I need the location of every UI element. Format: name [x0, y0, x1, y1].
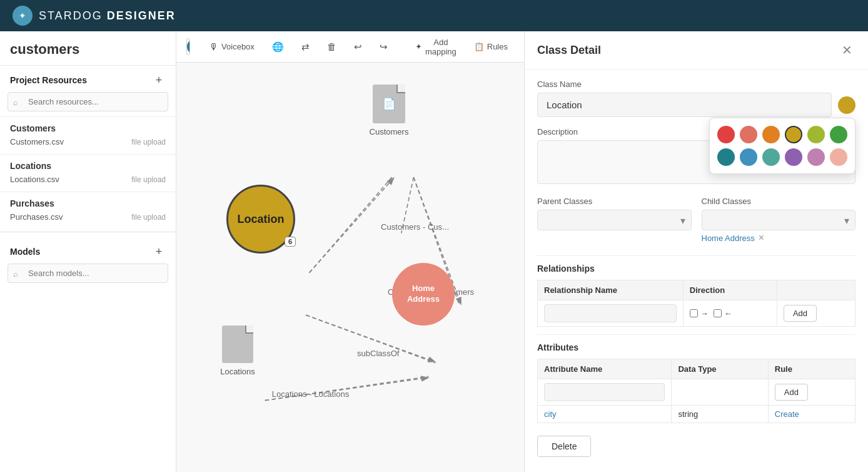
resource-group-locations: Locations Locations.csv file upload	[0, 154, 176, 192]
color-dot-8[interactable]	[762, 148, 780, 166]
parent-child-classes-row: Parent Classes ▾ Child Classes ▾	[537, 197, 855, 245]
add-resource-button[interactable]: +	[152, 73, 166, 87]
class-name-label: Class Name	[537, 80, 855, 89]
color-dot-6[interactable]	[717, 148, 735, 166]
child-classes-label: Child Classes	[702, 197, 856, 206]
undo-button[interactable]: ↩	[348, 38, 368, 56]
add-mapping-button[interactable]: ✦ Add mapping	[409, 34, 463, 60]
attr-city-link[interactable]: city	[544, 409, 557, 419]
resource-type-purchases: file upload	[131, 213, 166, 222]
color-dot-11[interactable]	[830, 148, 847, 166]
attr-section-divider	[537, 334, 855, 335]
customers-node-label: Customers	[370, 127, 409, 136]
attr-name-select[interactable]	[544, 383, 665, 401]
globe-button[interactable]: 🌐	[266, 38, 290, 56]
resource-type-customers: file upload	[131, 138, 166, 146]
home-address-node-label: HomeAddress	[407, 284, 440, 305]
content-area: Model Mapping 🎙 Voicebox 🌐 ⇄ 🗑 ↩ ↪	[176, 31, 524, 472]
toolbar: Model Mapping 🎙 Voicebox 🌐 ⇄ 🗑 ↩ ↪	[176, 31, 524, 63]
color-dot-10[interactable]	[807, 148, 825, 166]
child-class-link[interactable]: Home Address	[702, 233, 755, 243]
locations-file-fold	[245, 326, 253, 334]
dir-forward-icon: →	[700, 309, 709, 318]
voicebox-button[interactable]: 🎙 Voicebox	[203, 38, 261, 56]
rel-name-select[interactable]	[544, 304, 677, 322]
search-resources-input[interactable]	[8, 92, 168, 111]
resource-group-customers: Customers Customers.csv file upload	[0, 116, 176, 154]
diagram-canvas[interactable]: Customers - Cus... subClassOf Locations …	[176, 63, 524, 472]
models-title: Models	[10, 247, 40, 257]
rel-input-row: → ← Add	[538, 300, 855, 327]
customers-node[interactable]: 📄 Customers	[367, 85, 411, 138]
file-fold	[396, 85, 405, 93]
rules-button[interactable]: 📋 Rules	[468, 38, 514, 55]
search-models-input[interactable]	[8, 264, 168, 283]
dir-backward-checkbox[interactable]	[714, 309, 722, 317]
resource-item-locations: Locations.csv file upload	[10, 173, 166, 185]
tab-model[interactable]: Model	[187, 39, 190, 54]
add-mapping-icon: ✦	[415, 42, 422, 51]
attr-header-type: Data Type	[672, 359, 768, 379]
connection-button[interactable]: ⇄	[295, 38, 316, 56]
attr-city-create-link[interactable]: Create	[775, 409, 799, 419]
redo-button[interactable]: ↪	[373, 38, 394, 56]
add-model-button[interactable]: +	[152, 245, 166, 259]
color-dot-1[interactable]	[740, 126, 757, 143]
app-subtitle: DESIGNER	[107, 9, 176, 22]
panel-title: Class Detail	[537, 44, 601, 57]
search-resources-icon: ⌕	[13, 97, 18, 106]
attr-header-name: Attribute Name	[538, 359, 672, 379]
child-classes-select[interactable]	[702, 210, 856, 230]
view-tab-group: Model Mapping	[186, 38, 190, 55]
add-attribute-button[interactable]: Add	[775, 384, 808, 401]
class-name-row	[537, 93, 855, 117]
resource-group-name-customers: Customers	[10, 123, 166, 133]
attributes-title: Attributes	[537, 342, 855, 352]
project-resources-header: Project Resources +	[0, 66, 176, 92]
attr-add-cell: Add	[768, 379, 855, 406]
location-node-label: Location	[238, 213, 285, 226]
child-classes-group: Child Classes ▾ Home Address ×	[702, 197, 856, 245]
resource-item-purchases: Purchases.csv file upload	[10, 211, 166, 223]
class-name-input[interactable]	[537, 93, 832, 117]
dir-backward-label: ←	[714, 309, 732, 318]
color-dot-3[interactable]	[785, 126, 802, 143]
resource-item-customers: Customers.csv file upload	[10, 136, 166, 148]
rel-header-name: Relationship Name	[538, 280, 684, 300]
home-address-node[interactable]: HomeAddress	[392, 263, 455, 326]
location-node[interactable]: Location 6	[226, 185, 295, 254]
color-dot-0[interactable]	[717, 126, 735, 143]
color-dot-2[interactable]	[762, 126, 780, 143]
color-dot-9[interactable]	[785, 148, 802, 166]
dir-backward-icon: ←	[724, 309, 732, 318]
attr-city-rule: Create	[768, 406, 855, 423]
rules-label: Rules	[487, 42, 508, 51]
resource-filename-locations: Locations.csv	[10, 175, 59, 184]
delete-toolbar-button[interactable]: 🗑	[321, 38, 343, 56]
page-title: customers	[0, 31, 176, 66]
resource-group-purchases: Purchases Purchases.csv file upload	[0, 192, 176, 229]
locations-node[interactable]: Locations	[213, 326, 263, 376]
attr-city-name: city	[538, 406, 672, 423]
attr-input-row: Add	[538, 379, 855, 406]
rel-direction-cell: → ←	[683, 300, 777, 327]
panel-body: Class Name	[525, 69, 868, 472]
voicebox-label: Voicebox	[221, 42, 255, 51]
color-dot-7[interactable]	[740, 148, 757, 166]
delete-button[interactable]: Delete	[537, 436, 591, 457]
color-dot-5[interactable]	[830, 126, 847, 143]
dir-forward-checkbox[interactable]	[690, 309, 698, 317]
parent-classes-group: Parent Classes ▾	[537, 197, 692, 245]
child-classes-dropdown: ▾	[702, 210, 856, 230]
parent-classes-select[interactable]	[537, 210, 692, 230]
relationships-table: Relationship Name Direction	[537, 280, 855, 327]
color-dot-4[interactable]	[807, 126, 825, 143]
child-class-remove-button[interactable]: ×	[759, 233, 764, 243]
sidebar: customers Project Resources + ⌕ Customer…	[0, 31, 176, 472]
logo-symbol: ✦	[19, 11, 26, 21]
panel-close-button[interactable]: ✕	[838, 41, 855, 59]
add-relationship-button[interactable]: Add	[784, 305, 817, 322]
undo-icon: ↩	[354, 41, 362, 53]
attr-header-rule: Rule	[768, 359, 855, 379]
color-picker-button[interactable]	[838, 96, 855, 114]
